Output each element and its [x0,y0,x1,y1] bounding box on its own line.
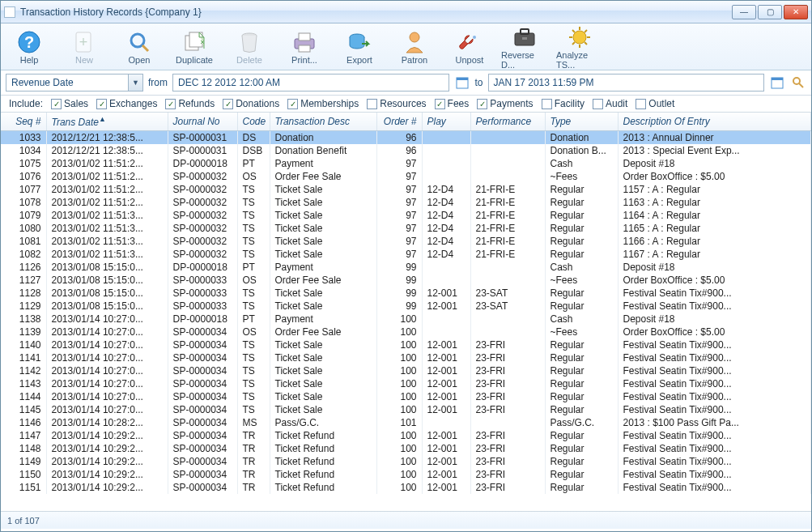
svg-point-31 [793,78,800,84]
table-row[interactable]: 11392013/01/14 10:27:0...SP-0000034OSOrd… [1,326,811,338]
chevron-down-icon[interactable]: ▼ [128,74,142,91]
table-row[interactable]: 11502013/01/14 10:29:2...SP-0000034TRTic… [1,468,811,481]
table-row[interactable]: 11402013/01/14 10:27:0...SP-0000034TSTic… [1,338,811,351]
svg-line-24 [585,42,587,45]
cell-journal: SP-0000034 [168,442,237,455]
cell-perf: 23-SAT [470,287,545,300]
col-seq[interactable]: Seq # [1,113,46,131]
close-button[interactable]: ✕ [784,5,808,19]
include-audit-checkbox[interactable]: Audit [593,98,627,109]
include-donations-checkbox[interactable]: ✓Donations [223,98,279,109]
cell-entry: Order BoxOffice : $5.00 [618,274,811,287]
cell-entry: Deposit #18 [618,261,811,274]
duplicate-button[interactable]: Duplicate [171,28,218,66]
include-resources-checkbox[interactable]: Resources [367,98,426,109]
maximize-button[interactable]: ▢ [758,5,782,19]
cell-code: TR [237,481,270,494]
col-order[interactable]: Order # [376,113,422,131]
table-row[interactable]: 10772013/01/02 11:51:2...SP-0000032TSTic… [1,183,811,196]
unpost-button[interactable]: Unpost [446,28,493,66]
table-row[interactable]: 11462013/01/14 10:28:2...SP-0000034MSPas… [1,416,811,429]
minimize-button[interactable]: — [732,5,756,19]
cell-desc: Ticket Refund [270,455,376,468]
include-outlet-checkbox[interactable]: Outlet [636,98,674,109]
col-trans-date[interactable]: Trans Date▲ [46,113,168,131]
include-memberships-checkbox[interactable]: ✓Memberships [287,98,359,109]
cell-desc: Ticket Refund [270,429,376,442]
col-perf[interactable]: Performance [470,113,545,131]
cell-type: Regular [545,390,618,403]
include-sales-checkbox[interactable]: ✓Sales [51,98,88,109]
calendar-to-icon[interactable] [769,74,785,91]
table-row[interactable]: 10782013/01/02 11:51:2...SP-0000032TSTic… [1,196,811,209]
reverse-button[interactable]: Reverse D... [501,23,548,71]
table-row[interactable]: 10792013/01/02 11:51:3...SP-0000032TSTic… [1,209,811,222]
col-play[interactable]: Play [422,113,470,131]
cell-seq: 1143 [1,377,46,390]
cell-perf: 23-FRI [470,468,545,481]
cell-perf: 23-FRI [470,390,545,403]
table-row[interactable]: 11292013/01/08 15:15:0...SP-0000033TSTic… [1,300,811,313]
include-refunds-checkbox[interactable]: ✓Refunds [165,98,215,109]
col-desc[interactable]: Transaction Desc [270,113,376,131]
table-row[interactable]: 10332012/12/21 12:38:5...SP-0000031DSDon… [1,131,811,145]
to-date-input[interactable]: JAN 17 2013 11:59 PM [488,74,765,92]
calendar-from-icon[interactable] [454,74,470,91]
table-row[interactable]: 10752013/01/02 11:51:2...DP-0000018PTPay… [1,157,811,170]
table-row[interactable]: 10342012/12/21 12:38:5...SP-0000031DSBDo… [1,144,811,157]
table-row[interactable]: 10822013/01/02 11:51:3...SP-0000032TSTic… [1,248,811,261]
cell-code: TR [237,442,270,455]
table-row[interactable]: 11422013/01/14 10:27:0...SP-0000034TSTic… [1,364,811,377]
table-row[interactable]: 11482013/01/14 10:29:2...SP-0000034TRTic… [1,442,811,455]
grid-scroll[interactable]: Seq # Trans Date▲ Journal No Code Transa… [1,113,811,511]
table-row[interactable]: 11282013/01/08 15:15:0...SP-0000033TSTic… [1,287,811,300]
patron-button[interactable]: Patron [391,28,438,66]
cell-journal: SP-0000031 [168,131,237,145]
cell-seq: 1145 [1,403,46,416]
status-text: 1 of 107 [7,516,40,526]
col-journal[interactable]: Journal No [168,113,237,131]
table-row[interactable]: 11492013/01/14 10:29:2...SP-0000034TRTic… [1,455,811,468]
table-row[interactable]: 10802013/01/02 11:51:3...SP-0000032TSTic… [1,222,811,235]
from-date-input[interactable]: DEC 12 2012 12:00 AM [172,74,449,92]
table-row[interactable]: 11442013/01/14 10:27:0...SP-0000034TSTic… [1,390,811,403]
analyze-button[interactable]: Analyze TS... [556,23,603,71]
include-fees-checkbox[interactable]: ✓Fees [435,98,470,109]
table-row[interactable]: 11452013/01/14 10:27:0...SP-0000034TSTic… [1,403,811,416]
cell-desc: Pass/G.C. [270,416,376,429]
svg-rect-10 [299,33,310,40]
table-row[interactable]: 11432013/01/14 10:27:0...SP-0000034TSTic… [1,377,811,390]
table-row[interactable]: 11412013/01/14 10:27:0...SP-0000034TSTic… [1,351,811,364]
table-row[interactable]: 11512013/01/14 10:29:2...SP-0000034TRTic… [1,481,811,494]
cell-desc: Ticket Sale [270,196,376,209]
col-code[interactable]: Code [237,113,270,131]
table-row[interactable]: 11472013/01/14 10:29:2...SP-0000034TRTic… [1,429,811,442]
filter-field-combo[interactable]: Revenue Date ▼ [6,74,143,92]
titlebar[interactable]: Transaction History Records {Company 1} … [1,1,811,23]
table-row[interactable]: 10812013/01/02 11:51:3...SP-0000032TSTic… [1,235,811,248]
cell-code: PT [237,313,270,326]
table-row[interactable]: 11272013/01/08 15:15:0...SP-0000033OSOrd… [1,274,811,287]
table-row[interactable]: 11382013/01/14 10:27:0...DP-0000018PTPay… [1,313,811,326]
cell-desc: Ticket Sale [270,364,376,377]
cell-order: 97 [376,170,422,183]
open-button[interactable]: Open [116,28,163,66]
search-icon[interactable] [790,74,806,91]
include-facility-checkbox[interactable]: Facility [542,98,585,109]
col-entry[interactable]: Description Of Entry [618,113,811,131]
include-exchanges-checkbox[interactable]: ✓Exchanges [96,98,157,109]
person-icon [402,29,427,55]
table-row[interactable]: 10762013/01/02 11:51:2...SP-0000032OSOrd… [1,170,811,183]
cell-perf: 21-FRI-E [470,248,545,261]
cell-code: TS [237,338,270,351]
print-button[interactable]: Print... [281,28,328,66]
col-type[interactable]: Type [545,113,618,131]
help-button[interactable]: ? Help [6,28,53,66]
cell-order: 97 [376,222,422,235]
cell-desc: Order Fee Sale [270,170,376,183]
cell-date: 2013/01/02 11:51:3... [46,209,168,222]
table-row[interactable]: 11262013/01/08 15:15:0...DP-0000018PTPay… [1,261,811,274]
export-button[interactable]: Export [336,28,383,66]
cell-perf: 23-FRI [470,377,545,390]
include-payments-checkbox[interactable]: ✓Payments [477,98,533,109]
